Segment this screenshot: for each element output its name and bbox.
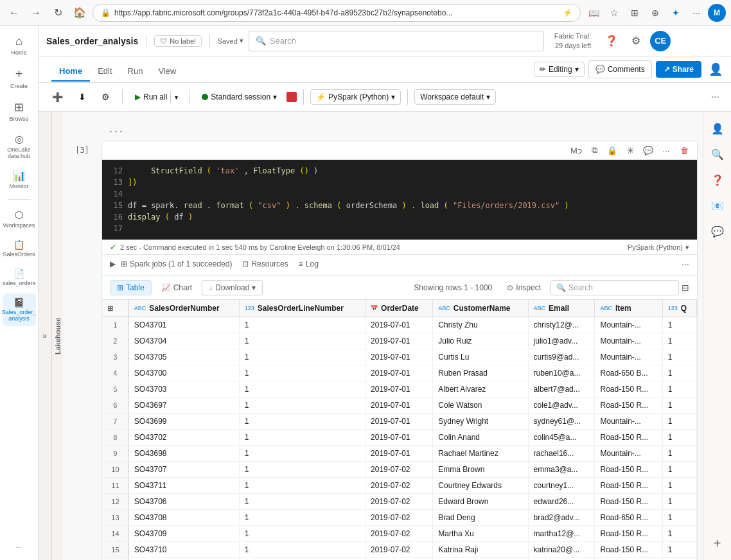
session-button[interactable]: Standard session ▾ <box>196 89 283 105</box>
copilot-button[interactable]: ✦ <box>667 4 685 22</box>
user-avatar[interactable]: CE <box>650 31 671 51</box>
spark-table-icon: ⊞ <box>121 259 127 268</box>
cell-3-pyspark-label[interactable]: PySpark (Python) ▾ <box>628 243 689 252</box>
cell-delete-button[interactable]: 🗑 <box>676 143 692 158</box>
chart-tab[interactable]: 📈 Chart <box>154 280 199 295</box>
settings-gear-button[interactable]: ⚙ <box>96 89 116 105</box>
right-panel-outlook-button[interactable]: 📧 <box>706 194 729 217</box>
cell-customer: Sydney Wright <box>433 414 528 430</box>
cell-copy-button[interactable]: ⧉ <box>586 143 602 158</box>
sidebar-item-create[interactable]: + Create <box>3 63 36 94</box>
filter-button[interactable]: ⊟ <box>682 283 689 293</box>
spark-log-tab[interactable]: ≡ Log <box>299 259 319 268</box>
sidebar-item-salesorders[interactable]: 📋 SalesOrders <box>3 236 36 262</box>
editing-chevron: ▾ <box>575 65 579 74</box>
data-table-wrapper[interactable]: ⊞ ABCSalesOrderNumber 123SalesOrderLineN… <box>102 300 697 560</box>
inspect-button[interactable]: ⊙ Inspect <box>500 280 548 295</box>
cell-more-button[interactable]: ··· <box>658 143 674 158</box>
right-panel-add-button[interactable]: + <box>706 532 729 555</box>
right-panel-teams-button[interactable]: 💬 <box>706 220 729 243</box>
pencil-icon: ✏ <box>540 65 546 74</box>
tab-edit[interactable]: Edit <box>90 61 119 82</box>
comments-button[interactable]: 💬 Comments <box>588 60 652 78</box>
sidebar-item-browse[interactable]: ⊞ Browse <box>3 96 36 127</box>
saved-badge[interactable]: Saved ▾ <box>218 37 243 45</box>
sidebar-item-workspaces[interactable]: ⬡ Workspaces <box>3 205 36 233</box>
cell-qty: 1 <box>662 558 696 561</box>
table-row: 9 SO43698 1 2019-07-01 Rachael Martinez … <box>102 446 697 462</box>
browser-profile[interactable]: M <box>708 4 726 22</box>
download-button[interactable]: ⬇ <box>73 89 92 105</box>
address-bar[interactable]: 🔒 https://app.fabric.microsoft.com/group… <box>92 4 581 22</box>
person-icon-btn[interactable]: 👤 <box>705 59 726 80</box>
extensions-button[interactable]: ⊕ <box>646 4 664 22</box>
sidebar-item-analysis[interactable]: 📓 Sales_order_ analysis <box>3 293 36 326</box>
spark-resources-tab[interactable]: ⊡ Resources <box>242 259 288 268</box>
tab-run[interactable]: Run <box>120 61 151 82</box>
right-panel-search-button[interactable]: 🔍 <box>706 143 729 166</box>
col-header-item[interactable]: ABCItem <box>595 300 662 317</box>
col-header-salesorderlinenumber[interactable]: 123SalesOrderLineNumber <box>239 300 365 317</box>
right-panel-person-button[interactable]: 👤 <box>706 117 729 140</box>
cell-lock-button[interactable]: 🔒 <box>604 143 620 158</box>
share-button[interactable]: ↗ Share <box>656 61 701 78</box>
help-button[interactable]: ❓ <box>601 31 622 51</box>
tab-home[interactable]: Home <box>51 61 90 82</box>
cell-3-body[interactable]: Mↄ ⧉ 🔒 ✳ 💬 ··· 🗑 12 <box>101 141 698 560</box>
global-search-bar[interactable]: 🔍 Search <box>249 31 544 51</box>
spark-jobs-expand-button[interactable]: ▶ <box>110 259 116 268</box>
sales-orders-file-icon: 📄 <box>13 268 24 279</box>
table-row: 8 SO43702 1 2019-07-01 Colin Anand colin… <box>102 430 697 446</box>
line-num-14: 14 <box>110 188 123 200</box>
col-header-orderdate[interactable]: 📅OrderDate <box>366 300 433 317</box>
run-all-button[interactable]: ▶ Run all <box>129 89 170 105</box>
workspace-button[interactable]: Workspace default ▾ <box>414 89 496 105</box>
cell-line: 1 <box>239 398 365 414</box>
tab-view[interactable]: View <box>150 61 184 82</box>
notebook-area: » Lakehouse ··· [3] M <box>39 112 731 560</box>
cell-line: 1 <box>239 349 365 365</box>
back-button[interactable]: ← <box>5 4 23 22</box>
new-cell-button[interactable]: ➕ <box>46 89 69 105</box>
lakehouse-label[interactable]: Lakehouse <box>51 112 63 560</box>
settings-button[interactable]: ⚙ <box>626 31 646 51</box>
cell-comment-button[interactable]: 💬 <box>640 143 656 158</box>
cell-qty: 1 <box>662 462 696 478</box>
col-header-salesordernumber[interactable]: ABCSalesOrderNumber <box>128 300 239 317</box>
ribbon-more-button[interactable]: ··· <box>707 89 723 105</box>
spark-more-button[interactable]: ··· <box>682 259 689 269</box>
spark-jobs-tab[interactable]: ⊞ Spark jobs (1 of 1 succeeded) <box>121 259 232 268</box>
download-results-button[interactable]: ↓ Download ▾ <box>202 280 263 295</box>
cell-asterisk-button[interactable]: ✳ <box>622 143 638 158</box>
cell-customer: Christy Zhu <box>433 317 528 333</box>
collections-button[interactable]: ⊞ <box>626 4 644 22</box>
home-button[interactable]: 🏠 <box>71 4 89 22</box>
sidebar-item-onelake[interactable]: ◎ OneLake data hub <box>3 129 36 164</box>
col-header-customername[interactable]: ABCCustomerName <box>433 300 528 317</box>
cell-format-button[interactable]: Mↄ <box>568 143 584 158</box>
cell-customer: Ruben Prasad <box>433 365 528 381</box>
more-button[interactable]: ··· <box>687 4 705 22</box>
refresh-button[interactable]: ↻ <box>49 4 67 22</box>
run-all-dropdown-caret[interactable]: ▾ <box>170 91 182 104</box>
sidebar-item-home[interactable]: ⌂ Home <box>3 31 36 60</box>
col-header-email[interactable]: ABCEmail <box>528 300 595 317</box>
editing-button[interactable]: ✏ Editing ▾ <box>534 62 585 77</box>
right-panel-help-button[interactable]: ❓ <box>706 168 729 191</box>
forward-button[interactable]: → <box>27 4 45 22</box>
sidebar-item-monitor[interactable]: 📊 Monitor <box>3 166 36 194</box>
cell-rownum: 1 <box>102 317 128 333</box>
sidebar-item-sales-orders-file[interactable]: 📄 sales_orders <box>3 265 36 291</box>
pyspark-button[interactable]: ⚡ PySpark (Python) ▾ <box>310 89 401 105</box>
nav-divider1 <box>146 35 146 48</box>
stop-button[interactable] <box>286 92 297 102</box>
collapse-sidebar-button[interactable]: » <box>39 112 51 560</box>
spark-log-label: Log <box>306 259 319 268</box>
table-tab[interactable]: ⊞ Table <box>110 280 152 295</box>
favorites-button[interactable]: ☆ <box>605 4 623 22</box>
col-header-qty[interactable]: 123Q <box>662 300 696 317</box>
sidebar-more[interactable]: ··· <box>3 541 36 555</box>
no-label-badge[interactable]: 🛡 No label <box>154 35 201 47</box>
results-search-bar[interactable]: 🔍 Search <box>550 280 679 295</box>
read-aloud-button[interactable]: 📖 <box>585 4 603 22</box>
